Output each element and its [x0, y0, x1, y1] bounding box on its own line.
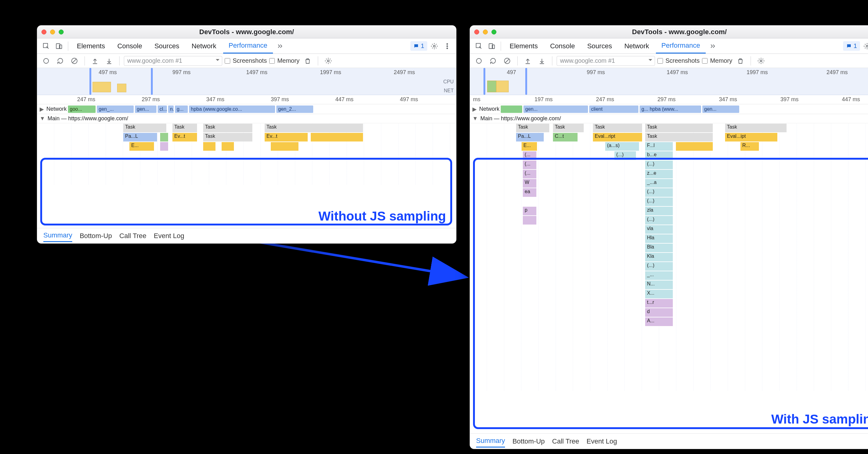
network-segment[interactable]: gen... [135, 106, 156, 113]
flame-block[interactable]: Task [645, 124, 713, 132]
flame-block[interactable]: C...t [553, 133, 578, 141]
clear-icon[interactable] [68, 55, 80, 67]
network-track[interactable]: ▶Network goo...gen_...gen...cl...n...g..… [37, 104, 456, 114]
network-segment[interactable]: g... [175, 106, 188, 113]
flame-block[interactable]: (...) [645, 161, 673, 169]
reload-record-icon[interactable] [487, 55, 499, 67]
minimize-icon[interactable] [50, 30, 55, 34]
tab-network[interactable]: Network [619, 38, 655, 54]
flame-block[interactable]: d [645, 308, 673, 317]
minimize-icon[interactable] [483, 30, 488, 34]
network-segment[interactable]: gen... [702, 106, 739, 113]
overflow-chevrons-icon[interactable] [707, 40, 719, 52]
device-toggle-icon[interactable] [486, 40, 498, 52]
flame-block[interactable]: Task [265, 124, 363, 132]
network-segment[interactable]: gen... [523, 106, 588, 113]
issues-badge[interactable]: 1 [843, 41, 860, 51]
flame-block[interactable]: (...) [645, 216, 673, 225]
flame-block[interactable]: (...) [645, 262, 673, 271]
flame-block[interactable]: E... [129, 142, 154, 151]
gc-icon[interactable] [735, 55, 746, 67]
inspect-icon[interactable] [40, 40, 52, 52]
flame-block[interactable] [160, 142, 168, 151]
network-segment[interactable]: gen_2... [276, 106, 313, 113]
memory-checkbox[interactable]: Memory [269, 57, 299, 64]
clear-icon[interactable] [501, 55, 513, 67]
record-icon[interactable] [473, 55, 485, 67]
btab-eventlog[interactable]: Event Log [586, 435, 617, 447]
record-icon[interactable] [40, 55, 52, 67]
network-segment[interactable]: gen_... [97, 106, 134, 113]
upload-icon[interactable] [89, 55, 101, 67]
recording-select[interactable]: www.google.com #1 [557, 56, 655, 66]
overview-timeline[interactable]: 497997 ms1497 ms1997 ms2497 ms CPU NET [470, 68, 868, 95]
tab-console[interactable]: Console [112, 38, 148, 54]
flame-block[interactable]: vla [645, 225, 673, 234]
gc-icon[interactable] [302, 55, 313, 67]
settings-gear-icon[interactable] [755, 55, 767, 67]
flame-block[interactable] [160, 133, 168, 141]
close-icon[interactable] [41, 30, 46, 34]
memory-checkbox[interactable]: Memory [702, 57, 732, 64]
tab-sources[interactable]: Sources [149, 38, 185, 54]
network-segment[interactable]: client [589, 106, 639, 113]
flame-block[interactable]: Eval...ipt [725, 133, 777, 141]
flame-block[interactable]: z...e [645, 170, 673, 178]
flame-block[interactable]: (... [523, 161, 536, 169]
flame-block[interactable]: Ev...t [265, 133, 308, 141]
flame-block[interactable]: W [523, 179, 536, 188]
flame-block[interactable]: p [523, 207, 536, 215]
download-icon[interactable] [103, 55, 115, 67]
tab-elements[interactable]: Elements [71, 38, 111, 54]
flame-block[interactable]: A... [645, 317, 673, 326]
tab-network[interactable]: Network [186, 38, 222, 54]
time-ruler[interactable]: 247 ms297 ms347 ms397 ms447 ms497 ms [37, 95, 456, 104]
flame-block[interactable]: (... [523, 170, 536, 178]
btab-calltree[interactable]: Call Tree [552, 435, 579, 447]
issues-badge[interactable]: 1 [410, 41, 427, 51]
overview-timeline[interactable]: 497 ms997 ms1497 ms1997 ms2497 ms CPU NE… [37, 68, 456, 95]
flame-block[interactable]: R... [740, 142, 759, 151]
flame-block[interactable]: (... [523, 151, 536, 160]
btab-summary[interactable]: Summary [43, 229, 72, 242]
reload-record-icon[interactable] [54, 55, 66, 67]
settings-gear-icon[interactable] [322, 55, 334, 67]
flame-block[interactable]: Task [645, 133, 713, 141]
network-segment[interactable]: goo... [68, 106, 96, 113]
flame-block[interactable]: Pa...L [516, 133, 544, 141]
network-segment[interactable]: hpba (www.google.co... [189, 106, 275, 113]
flame-block[interactable]: Task [593, 124, 642, 132]
recording-select[interactable]: www.google.com #1 [124, 56, 222, 66]
flame-block[interactable]: Hla [645, 234, 673, 243]
flame-block[interactable] [203, 142, 215, 151]
flame-block[interactable]: Task [553, 124, 584, 132]
btab-eventlog[interactable]: Event Log [154, 230, 184, 242]
flame-block[interactable] [222, 142, 234, 151]
flame-chart[interactable]: TaskTaskTaskTaskTaskPa...LC...tEval...ri… [470, 123, 868, 391]
flame-block[interactable]: (...) [614, 151, 636, 160]
screenshots-checkbox[interactable]: Screenshots [225, 57, 267, 64]
flame-block[interactable]: Task [203, 133, 252, 141]
btab-bottomup[interactable]: Bottom-Up [513, 435, 545, 447]
flame-block[interactable]: N... [645, 281, 673, 289]
flame-block[interactable]: _... [645, 271, 673, 280]
btab-bottomup[interactable]: Bottom-Up [80, 230, 112, 242]
flame-block[interactable]: X... [645, 290, 673, 299]
tab-console[interactable]: Console [545, 38, 581, 54]
kebab-icon[interactable] [441, 40, 453, 52]
network-segment[interactable]: g... hpba (www... [640, 106, 701, 113]
flame-chart[interactable]: TaskTaskTaskTaskPa...LEv...tTaskEv...tE.… [37, 123, 456, 185]
overflow-chevrons-icon[interactable] [274, 40, 286, 52]
maximize-icon[interactable] [59, 30, 64, 34]
screenshots-checkbox[interactable]: Screenshots [657, 57, 700, 64]
flame-block[interactable]: (...) [645, 197, 673, 206]
flame-block[interactable]: zla [645, 207, 673, 215]
close-icon[interactable] [474, 30, 479, 34]
gear-icon[interactable] [861, 40, 868, 52]
flame-block[interactable]: E... [522, 142, 537, 151]
main-thread-header[interactable]: ▼Main — https://www.google.com/ [37, 114, 456, 123]
network-segment[interactable]: cl... [158, 106, 167, 113]
flame-block[interactable] [271, 142, 299, 151]
flame-block[interactable]: _...a [645, 179, 673, 188]
flame-block[interactable]: Eval...ript [593, 133, 642, 141]
